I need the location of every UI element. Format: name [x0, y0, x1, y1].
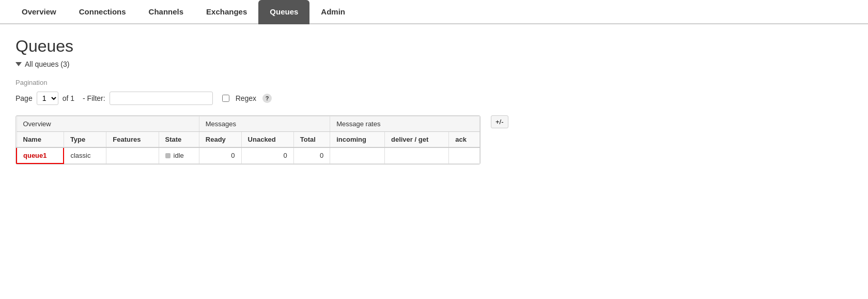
plus-minus-button[interactable]: +/-	[491, 115, 508, 128]
col-header-row: Name Type Features State Ready Unacked T…	[17, 132, 480, 148]
col-type: Type	[64, 132, 106, 148]
state-text: idle	[174, 152, 184, 159]
col-ready: Ready	[199, 132, 241, 148]
queue-incoming-cell	[330, 147, 385, 163]
queue-name-cell[interactable]: queue1	[17, 147, 64, 163]
queue-features-cell	[106, 147, 159, 163]
pagination-section: Pagination Page 1 of 1 - Filter: Regex ?	[16, 79, 853, 105]
nav-item-exchanges[interactable]: Exchanges	[195, 0, 258, 24]
col-features: Features	[106, 132, 159, 148]
col-name: Name	[17, 132, 64, 148]
queues-table-wrapper: Overview Messages Message rates Name Typ…	[16, 115, 481, 165]
help-button[interactable]: ?	[262, 94, 272, 103]
col-unacked: Unacked	[241, 132, 293, 148]
queue-ready-cell: 0	[199, 147, 241, 163]
nav-item-admin[interactable]: Admin	[309, 0, 357, 24]
of-text: of 1	[63, 94, 74, 102]
col-ack: ack	[449, 132, 480, 148]
table-area: Overview Messages Message rates Name Typ…	[16, 115, 853, 165]
queue-state-cell: idle	[159, 147, 199, 163]
filter-label: - Filter:	[83, 94, 105, 102]
all-queues-header[interactable]: All queues (3)	[16, 60, 853, 68]
page-content: Queues All queues (3) Pagination Page 1 …	[0, 24, 868, 177]
overview-group-header: Overview	[17, 116, 199, 132]
collapse-icon	[16, 62, 22, 66]
col-incoming: incoming	[330, 132, 385, 148]
queue-ack-cell	[449, 147, 480, 163]
filter-input[interactable]	[110, 92, 213, 105]
nav-item-channels[interactable]: Channels	[137, 0, 195, 24]
nav-item-connections[interactable]: Connections	[68, 0, 137, 24]
nav-item-queues[interactable]: Queues	[258, 0, 309, 24]
queue-deliver-get-cell	[384, 147, 448, 163]
nav-item-overview[interactable]: Overview	[10, 0, 68, 24]
pagination-label: Pagination	[16, 79, 853, 86]
regex-label: Regex	[236, 94, 256, 102]
page-label: Page	[16, 94, 33, 102]
table-row: queue1classicidle000	[17, 147, 480, 163]
queue-total-cell: 0	[293, 147, 330, 163]
col-total: Total	[293, 132, 330, 148]
col-deliver-get: deliver / get	[384, 132, 448, 148]
group-header-row: Overview Messages Message rates	[17, 116, 480, 132]
queue-type-cell: classic	[64, 147, 106, 163]
pagination-controls: Page 1 of 1 - Filter: Regex ?	[16, 92, 853, 105]
message-rates-group-header: Message rates	[330, 116, 480, 132]
nav-bar: OverviewConnectionsChannelsExchangesQueu…	[0, 0, 868, 24]
col-state: State	[159, 132, 199, 148]
queue-unacked-cell: 0	[241, 147, 293, 163]
page-select[interactable]: 1	[37, 92, 58, 105]
page-title: Queues	[16, 37, 853, 56]
regex-checkbox[interactable]	[222, 95, 229, 102]
queues-table: Overview Messages Message rates Name Typ…	[16, 116, 480, 164]
state-dot-icon	[165, 153, 171, 158]
all-queues-label: All queues (3)	[25, 60, 69, 68]
messages-group-header: Messages	[199, 116, 330, 132]
